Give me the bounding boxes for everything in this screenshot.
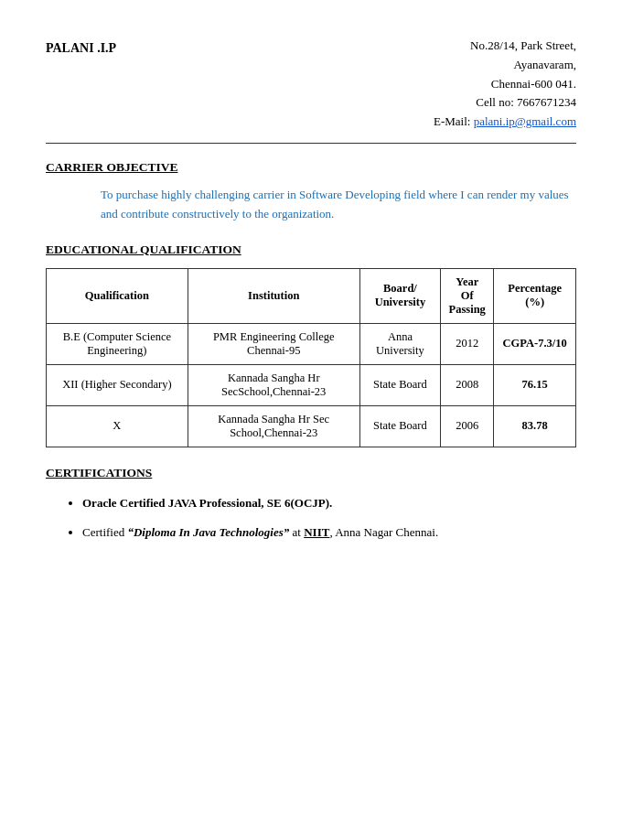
- carrier-objective-title: CARRIER OBJECTIVE: [46, 160, 576, 175]
- cell-board: Anna University: [359, 323, 440, 364]
- table-row: X Kannada Sangha Hr Sec School,Chennai-2…: [47, 405, 576, 447]
- cert-2-italic: “Diploma In Java Technologies”: [127, 525, 289, 539]
- col-year: Year OfPassing: [441, 268, 494, 323]
- cell-qualification: X: [47, 405, 188, 447]
- candidate-name: PALANI .I.P: [46, 37, 116, 56]
- carrier-objective-section: CARRIER OBJECTIVE To purchase highly cha…: [46, 160, 576, 224]
- email-line: E-Mail: palani.ip@gmail.com: [434, 113, 576, 132]
- email-link[interactable]: palani.ip@gmail.com: [474, 114, 576, 128]
- cert-1-text: Oracle Certified JAVA Professional, SE 6…: [82, 496, 332, 510]
- education-section: EDUCATIONAL QUALIFICATION Qualification …: [46, 242, 576, 447]
- cell-percentage: CGPA-7.3/10: [494, 323, 576, 364]
- objective-text: To purchase highly challenging carrier i…: [46, 186, 576, 224]
- cert-2-suffix: , Anna Nagar Chennai.: [329, 525, 438, 539]
- address-line1: No.28/14, Park Street,: [434, 37, 576, 56]
- certifications-section: CERTIFICATIONS Oracle Certified JAVA Pro…: [46, 466, 576, 544]
- certifications-title: CERTIFICATIONS: [46, 466, 576, 480]
- cell-percentage: 76.15: [494, 364, 576, 405]
- col-qualification: Qualification: [47, 268, 188, 323]
- resume-page: PALANI .I.P No.28/14, Park Street, Ayana…: [0, 0, 622, 840]
- cell-year: 2012: [441, 323, 494, 364]
- table-header-row: Qualification Institution Board/Universi…: [47, 268, 576, 323]
- cert-item-1: Oracle Certified JAVA Professional, SE 6…: [82, 491, 576, 515]
- address-line2: Ayanavaram,: [434, 56, 576, 75]
- cert-2-niit: NIIT: [304, 525, 329, 539]
- cell-qualification: B.E (Computer Science Engineering): [47, 323, 188, 364]
- cell-year: 2008: [441, 364, 494, 405]
- cell-year: 2006: [441, 405, 494, 447]
- cell-percentage: 83.78: [494, 405, 576, 447]
- certifications-list: Oracle Certified JAVA Professional, SE 6…: [46, 491, 576, 544]
- address-line3: Chennai-600 041.: [434, 75, 576, 94]
- cell-institution: Kannada Sangha Hr Sec School,Chennai-23: [188, 405, 359, 447]
- cell-institution: PMR Engineering College Chennai-95: [188, 323, 359, 364]
- education-title: EDUCATIONAL QUALIFICATION: [46, 242, 576, 257]
- col-percentage: Percentage (%): [494, 268, 576, 323]
- cell-number: Cell no: 7667671234: [434, 93, 576, 113]
- cert-item-2: Certified “Diploma In Java Technologies”…: [82, 521, 576, 544]
- cert-2-mid: at: [289, 525, 304, 539]
- cert-2-prefix: Certified: [82, 525, 127, 539]
- table-row: B.E (Computer Science Engineering) PMR E…: [47, 323, 576, 364]
- education-table: Qualification Institution Board/Universi…: [46, 268, 576, 447]
- col-institution: Institution: [188, 268, 359, 323]
- cell-qualification: XII (Higher Secondary): [47, 364, 188, 405]
- email-label: E-Mail:: [434, 114, 474, 128]
- cell-board: State Board: [359, 405, 440, 447]
- address-block: No.28/14, Park Street, Ayanavaram, Chenn…: [434, 37, 576, 132]
- header-divider: [46, 143, 576, 144]
- cell-institution: Kannada Sangha Hr SecSchool,Chennai-23: [188, 364, 359, 405]
- col-board: Board/University: [359, 268, 440, 323]
- header-section: PALANI .I.P No.28/14, Park Street, Ayana…: [46, 37, 576, 132]
- table-row: XII (Higher Secondary) Kannada Sangha Hr…: [47, 364, 576, 405]
- cell-board: State Board: [359, 364, 440, 405]
